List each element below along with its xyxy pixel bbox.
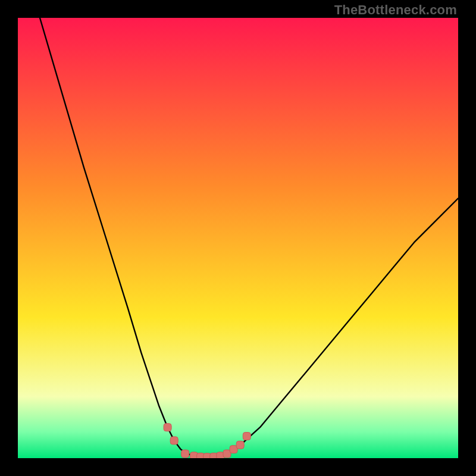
bottleneck-chart [18, 18, 458, 458]
plot-area [18, 18, 458, 458]
curve-marker [164, 424, 171, 431]
gradient-background [18, 18, 458, 458]
curve-marker [243, 433, 250, 440]
watermark-text: TheBottleneck.com [334, 2, 457, 18]
curve-marker [236, 441, 244, 449]
curve-marker [181, 450, 189, 458]
curve-marker [170, 437, 178, 444]
